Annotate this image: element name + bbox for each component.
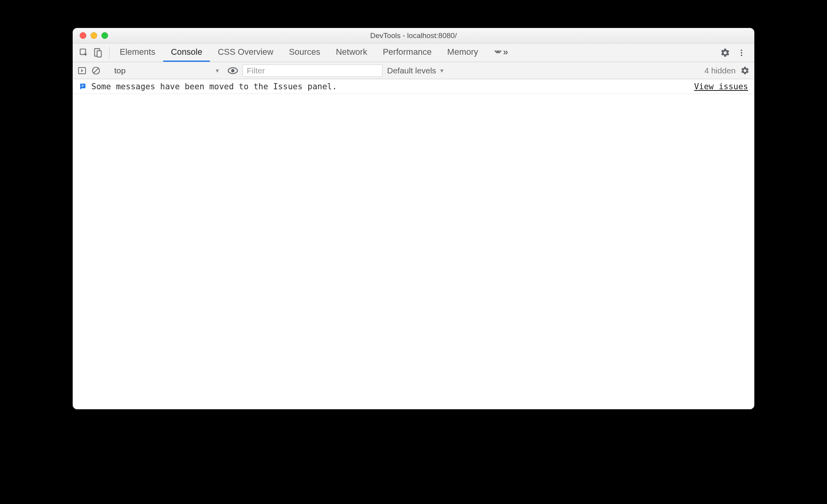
issues-info-row: Some messages have been moved to the Iss…: [73, 79, 754, 94]
svg-point-3: [741, 49, 742, 51]
main-tabstrip: Elements Console CSS Overview Sources Ne…: [73, 43, 754, 62]
tabstrip-left: [75, 43, 107, 62]
zoom-window-button[interactable]: [101, 32, 108, 39]
console-toolbar: top ▼ Default levels ▼ 4 hidden: [73, 62, 754, 79]
execution-context-select[interactable]: top ▼: [110, 64, 223, 77]
minimize-window-button[interactable]: [91, 32, 97, 39]
toggle-sidebar-icon[interactable]: [77, 66, 87, 75]
execution-context-label: top: [114, 66, 126, 75]
more-options-icon[interactable]: [737, 48, 746, 58]
divider: [109, 47, 110, 59]
svg-rect-12: [82, 86, 83, 87]
log-levels-select[interactable]: Default levels ▼: [387, 66, 445, 75]
tab-performance[interactable]: Performance: [375, 43, 440, 62]
window-title: DevTools - localhost:8080/: [73, 31, 754, 40]
inspect-element-icon[interactable]: [79, 48, 89, 58]
settings-icon[interactable]: [720, 48, 730, 58]
svg-line-8: [94, 68, 98, 73]
panel-tabs: Elements Console CSS Overview Sources Ne…: [112, 43, 516, 62]
more-tabs-button[interactable]: »: [486, 43, 516, 62]
tab-network[interactable]: Network: [328, 43, 375, 62]
console-output-area[interactable]: [73, 94, 754, 409]
svg-point-5: [741, 54, 742, 56]
window-controls: [73, 32, 108, 39]
svg-point-4: [741, 52, 742, 53]
device-toolbar-icon[interactable]: [93, 48, 103, 58]
tab-sources[interactable]: Sources: [281, 43, 328, 62]
svg-point-10: [231, 69, 235, 72]
close-window-button[interactable]: [80, 32, 86, 39]
issue-icon: [79, 83, 87, 90]
tabstrip-right: [713, 43, 752, 62]
tab-memory[interactable]: Memory: [440, 43, 486, 62]
log-levels-label: Default levels: [387, 66, 436, 75]
svg-rect-2: [97, 50, 101, 57]
chevron-down-icon: ▼: [439, 68, 445, 74]
svg-rect-11: [82, 85, 84, 85]
live-expression-icon[interactable]: [228, 66, 238, 76]
console-filter-input[interactable]: [243, 64, 382, 77]
tab-console[interactable]: Console: [163, 43, 210, 62]
tab-elements[interactable]: Elements: [112, 43, 163, 62]
titlebar: DevTools - localhost:8080/: [73, 28, 754, 43]
chevron-down-icon: ▼: [215, 68, 220, 74]
tab-css-overview[interactable]: CSS Overview: [210, 43, 281, 62]
issues-info-text: Some messages have been moved to the Iss…: [91, 82, 337, 91]
console-settings-icon[interactable]: [740, 66, 750, 75]
devtools-window: DevTools - localhost:8080/ Elements Cons…: [73, 28, 754, 409]
view-issues-link[interactable]: View issues: [694, 82, 748, 91]
clear-console-icon[interactable]: [91, 66, 101, 75]
hidden-messages-count[interactable]: 4 hidden: [704, 66, 736, 75]
